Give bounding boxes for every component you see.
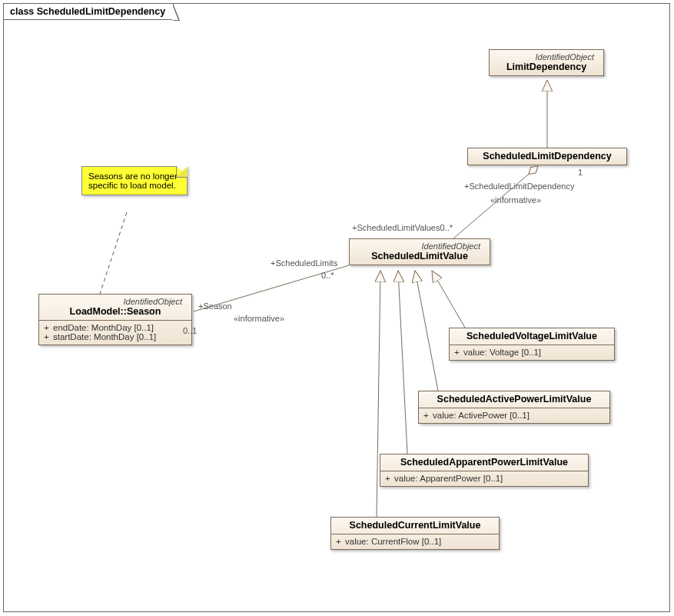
- class-scheduled-apparent[interactable]: ScheduledApparentPowerLimitValue +value:…: [380, 454, 589, 487]
- stereo-label: «informative»: [234, 314, 284, 323]
- note-seasons: Seasons are no longer specific to load m…: [81, 166, 188, 195]
- class-limit-dependency[interactable]: IdentifiedObject LimitDependency: [489, 49, 604, 76]
- attribute-row: +value: ApparentPower [0..1]: [385, 474, 583, 483]
- attributes: +value: CurrentFlow [0..1]: [331, 534, 499, 549]
- class-name: LimitDependency: [496, 62, 597, 72]
- stereotype: IdentifiedObject: [45, 297, 185, 306]
- mult-label: 0..*: [321, 271, 334, 280]
- role-label: +ScheduledLimits: [271, 258, 337, 268]
- class-name: ScheduledVoltageLimitValue: [456, 331, 608, 341]
- diagram-title-tab: class ScheduledLimitDependency: [3, 3, 174, 20]
- diagram-title: class ScheduledLimitDependency: [10, 6, 165, 17]
- class-scheduled-limit-dependency[interactable]: ScheduledLimitDependency: [467, 148, 627, 165]
- class-name: LoadModel::Season: [45, 306, 185, 317]
- attribute-row: +value: ActivePower [0..1]: [423, 411, 605, 420]
- class-scheduled-active[interactable]: ScheduledActivePowerLimitValue +value: A…: [418, 391, 610, 424]
- role-label: +ScheduledLimitValues: [352, 223, 440, 232]
- stereotype: IdentifiedObject: [356, 241, 483, 251]
- attributes: +endDate: MonthDay [0..1] +startDate: Mo…: [39, 320, 191, 345]
- attribute-row: +value: CurrentFlow [0..1]: [336, 537, 494, 546]
- attribute-row: +startDate: MonthDay [0..1]: [44, 332, 187, 341]
- attribute-row: +endDate: MonthDay [0..1]: [44, 323, 187, 332]
- mult-label: 0..1: [183, 326, 197, 335]
- attributes: +value: ActivePower [0..1]: [419, 408, 609, 423]
- role-label: +Season: [198, 301, 232, 311]
- class-name: ScheduledLimitDependency: [474, 151, 620, 161]
- class-scheduled-voltage[interactable]: ScheduledVoltageLimitValue +value: Volta…: [449, 328, 615, 361]
- class-name: ScheduledApparentPowerLimitValue: [387, 457, 582, 468]
- note-text: Seasons are no longer specific to load m…: [88, 171, 178, 190]
- mult-label: 1: [578, 168, 583, 177]
- attributes: +value: Voltage [0..1]: [450, 345, 614, 360]
- class-season[interactable]: IdentifiedObject LoadModel::Season +endD…: [38, 294, 192, 345]
- attribute-row: +value: Voltage [0..1]: [454, 348, 609, 357]
- mult-label: 0..*: [440, 223, 453, 232]
- class-name: ScheduledActivePowerLimitValue: [425, 394, 603, 405]
- class-name: ScheduledCurrentLimitValue: [337, 520, 493, 531]
- stereo-label: «informative»: [490, 195, 541, 205]
- class-scheduled-limit-value[interactable]: IdentifiedObject ScheduledLimitValue: [349, 238, 490, 265]
- role-label: +ScheduledLimitDependency: [464, 181, 574, 191]
- attributes: +value: ApparentPower [0..1]: [380, 471, 588, 486]
- stereotype: IdentifiedObject: [496, 52, 597, 62]
- class-name: ScheduledLimitValue: [356, 251, 483, 261]
- class-scheduled-current[interactable]: ScheduledCurrentLimitValue +value: Curre…: [330, 517, 500, 550]
